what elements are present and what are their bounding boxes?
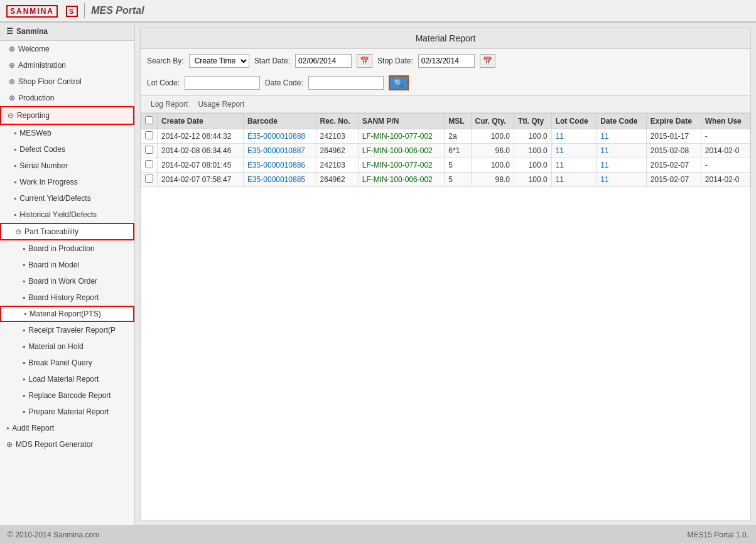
page-icon: ▪ <box>23 261 25 269</box>
sidebar-item-board-in-model[interactable]: ▪ Board in Model <box>0 257 134 273</box>
col-header-lot-code: Lot Code <box>551 114 597 129</box>
row-checkbox-cell <box>141 173 158 187</box>
sidebar-item-break-panel[interactable]: ▪ Break Panel Query <box>0 355 134 371</box>
barcode-link[interactable]: E35-0000010886 <box>247 161 305 169</box>
content-panel: Material Report Search By: Create Time S… <box>140 28 751 520</box>
sidebar-item-historical-yield[interactable]: ▪ Historical Yield/Defects <box>0 207 134 223</box>
stop-date-input[interactable] <box>418 54 475 68</box>
row-checkbox[interactable] <box>145 175 153 183</box>
sidebar-item-replace-barcode[interactable]: ▪ Replace Barcode Report <box>0 387 134 404</box>
stop-date-calendar-button[interactable]: 📅 <box>480 54 495 68</box>
cell-barcode: E35-0000010887 <box>243 144 316 158</box>
plus-icon: ⊕ <box>9 61 15 70</box>
sidebar-item-material-report[interactable]: ▪ Material Report(PTS) <box>0 306 134 322</box>
sidebar-item-audit-report[interactable]: ▪ Audit Report <box>0 420 134 436</box>
col-header-cur-qty: Cur. Qty. <box>471 114 514 129</box>
sidebar-item-sanmina[interactable]: ☰ Sanmina <box>0 23 134 41</box>
sidebar-item-board-in-production[interactable]: ▪ Board in Production <box>0 240 134 257</box>
col-header-expire-date: Expire Date <box>646 114 701 129</box>
date-code-link[interactable]: 11 <box>600 132 608 141</box>
board-in-production-label: Board in Production <box>28 244 94 253</box>
search-button[interactable]: 🔍 <box>389 75 409 90</box>
lot-code-link[interactable]: 11 <box>556 132 564 141</box>
cell-when-use: 2014-02-0 <box>701 144 750 158</box>
start-date-label: Start Date: <box>254 56 290 65</box>
cell-cur-qty: 100.0 <box>471 158 514 173</box>
sidebar-item-shopfloor[interactable]: ⊕ Shop Floor Control <box>0 73 134 90</box>
sidebar-item-load-material[interactable]: ▪ Load Material Report <box>0 371 134 387</box>
start-date-input[interactable] <box>295 54 352 68</box>
cell-create-date: 2014-02-07 07:58:47 <box>158 173 244 187</box>
sidebar-item-administration[interactable]: ⊕ Administration <box>0 57 134 73</box>
sidebar-item-current-yield[interactable]: ▪ Current Yield/Defects <box>0 190 134 207</box>
col-header-ttl-qty: Ttl. Qty <box>514 114 551 129</box>
page-icon: ▪ <box>23 244 25 253</box>
sanm-pn-link[interactable]: LF-MIN-100-077-002 <box>362 132 433 141</box>
cell-create-date: 2014-02-08 06:34:46 <box>158 144 244 158</box>
cell-expire-date: 2015-02-07 <box>646 158 701 173</box>
sidebar-item-defect-codes[interactable]: ▪ Defect Codes <box>0 141 134 158</box>
cell-lot-code: 11 <box>551 129 597 144</box>
barcode-link[interactable]: E35-0000010887 <box>247 146 305 155</box>
board-history-label: Board History Report <box>28 293 99 302</box>
menu-icon: ☰ <box>6 27 13 36</box>
page-icon: ▪ <box>23 407 25 416</box>
sidebar-item-material-on-hold[interactable]: ▪ Material on Hold <box>0 338 134 355</box>
sidebar-item-work-in-progress[interactable]: ▪ Work In Progress <box>0 174 134 190</box>
sidebar-item-mds-report[interactable]: ⊕ MDS Report Generator <box>0 436 134 453</box>
search-by-select[interactable]: Create Time <box>189 54 249 68</box>
cell-msl: 5 <box>445 158 471 173</box>
lot-code-link[interactable]: 11 <box>556 146 564 155</box>
logo-badge: S <box>66 6 78 17</box>
sidebar-item-reporting[interactable]: ⊖ Reporting <box>0 106 134 125</box>
barcode-link[interactable]: E35-0000010888 <box>247 132 305 141</box>
footer-copyright: © 2010-2014 Sanmina.com <box>8 530 99 539</box>
lot-code-link[interactable]: 11 <box>556 175 564 184</box>
sidebar-item-serial-number[interactable]: ▪ Serial Number <box>0 158 134 174</box>
start-date-calendar-button[interactable]: 📅 <box>357 54 372 68</box>
cell-sanm-pn: LF-MIN-100-006-002 <box>358 173 445 187</box>
sanm-pn-link[interactable]: LF-MIN-100-077-002 <box>362 161 433 169</box>
content-area: Material Report Search By: Create Time S… <box>135 23 756 525</box>
date-code-input[interactable] <box>308 76 384 90</box>
cell-rec-no: 264962 <box>316 144 358 158</box>
col-header-msl: MSL <box>445 114 471 129</box>
search-bar: Search By: Create Time Start Date: 📅 Sto… <box>141 49 750 96</box>
sidebar-item-mesweb[interactable]: ▪ MESWeb <box>0 125 134 141</box>
row-checkbox[interactable] <box>145 146 153 154</box>
page-icon: ▪ <box>23 293 25 302</box>
sidebar-item-prepare-material[interactable]: ▪ Prepare Material Report <box>0 404 134 420</box>
select-all-checkbox[interactable] <box>145 116 153 124</box>
lot-code-input[interactable] <box>185 76 260 90</box>
barcode-link[interactable]: E35-0000010885 <box>247 175 305 184</box>
row-checkbox[interactable] <box>145 131 153 139</box>
break-panel-label: Break Panel Query <box>28 358 92 367</box>
sidebar-item-production[interactable]: ⊕ Production <box>0 90 134 106</box>
date-code-link[interactable]: 11 <box>600 161 608 169</box>
cell-ttl-qty: 100.0 <box>514 129 551 144</box>
lot-code-link[interactable]: 11 <box>556 161 564 169</box>
sanm-pn-link[interactable]: LF-MIN-100-006-002 <box>362 175 433 184</box>
sidebar-item-part-traceability[interactable]: ⊖ Part Traceability <box>0 223 134 240</box>
sidebar-item-receipt-traveler[interactable]: ▪ Receipt Traveler Report(P <box>0 322 134 338</box>
page-icon: ▪ <box>14 161 16 170</box>
page-icon: ▪ <box>14 145 16 154</box>
sidebar-item-board-in-work-order[interactable]: ▪ Board in Work Order <box>0 273 134 289</box>
row-checkbox[interactable] <box>145 160 153 168</box>
sidebar-item-board-history[interactable]: ▪ Board History Report <box>0 289 134 306</box>
cell-cur-qty: 98.0 <box>471 173 514 187</box>
report-toolbar: Log Report Usage Report <box>141 96 750 113</box>
production-label: Production <box>18 94 54 102</box>
usage-report-button[interactable]: Usage Report <box>194 99 248 110</box>
serial-number-label: Serial Number <box>19 161 68 170</box>
date-code-link[interactable]: 11 <box>600 175 608 184</box>
cell-date-code: 11 <box>597 144 647 158</box>
date-code-link[interactable]: 11 <box>600 146 608 155</box>
sanm-pn-link[interactable]: LF-MIN-100-006-002 <box>362 146 433 155</box>
plus-icon: ⊕ <box>9 45 15 53</box>
mds-report-label: MDS Report Generator <box>16 440 93 449</box>
cell-expire-date: 2015-02-08 <box>646 144 701 158</box>
sidebar-item-welcome[interactable]: ⊕ Welcome <box>0 41 134 57</box>
log-report-button[interactable]: Log Report <box>147 99 192 110</box>
cell-barcode: E35-0000010886 <box>243 158 316 173</box>
